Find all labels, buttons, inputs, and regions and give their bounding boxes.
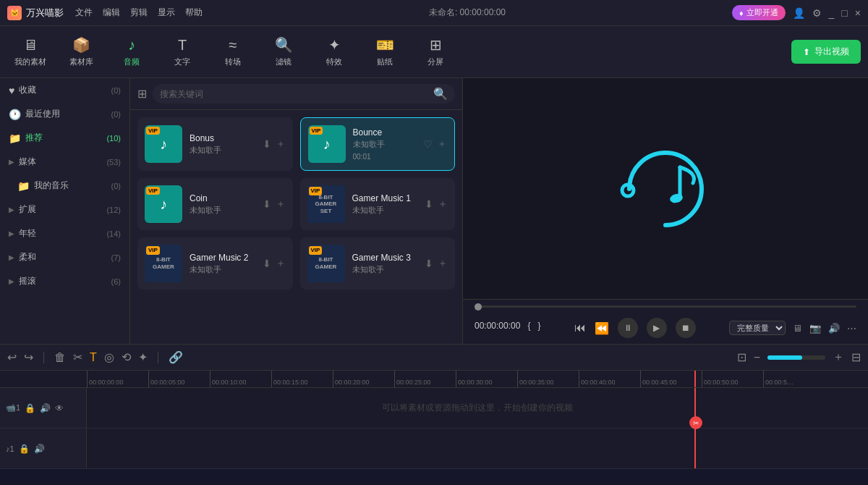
crop-icon[interactable]: ◎ [104, 350, 114, 364]
zoom-in-icon[interactable]: ＋ [833, 350, 844, 365]
download-icon[interactable]: ⬇ [263, 198, 271, 210]
play-button[interactable]: ▶ [647, 318, 667, 338]
ruler-mark-1: 00:00:05:00 [148, 371, 210, 387]
add-icon[interactable]: ＋ [276, 138, 286, 151]
step-back-icon[interactable]: ⏮ [574, 321, 586, 334]
gamer3-title: Gamer Music 3 [352, 253, 418, 263]
toolbar-filter[interactable]: 🔍 滤镜 [260, 30, 307, 74]
screenshot-icon[interactable]: 📷 [809, 323, 821, 334]
delete-icon[interactable]: 🗑 [54, 351, 66, 364]
effects-tool-icon[interactable]: ✦ [138, 350, 148, 364]
recent-label: 最近使用 [25, 108, 107, 120]
volume-track-icon[interactable]: 🔊 [40, 403, 51, 413]
add-icon[interactable]: ＋ [438, 257, 448, 270]
zoom-slider[interactable] [767, 355, 825, 360]
cut-icon[interactable]: ✂ [73, 350, 82, 364]
maximize-btn[interactable]: □ [841, 7, 847, 19]
sidebar-item-young[interactable]: ▶ 年轻 (14) [0, 222, 129, 245]
toolbar-audio[interactable]: ♪ 音频 [109, 30, 155, 74]
grid-view-icon[interactable]: ⊞ [137, 87, 147, 101]
more-icon[interactable]: ⋯ [847, 323, 856, 334]
gamer3-info: Gamer Music 3 未知歌手 [352, 253, 418, 275]
music-card-coin[interactable]: ♪ VIP Coin 未知歌手 ⬇ ＋ [137, 178, 293, 230]
menu-clip[interactable]: 剪辑 [130, 7, 148, 19]
toolbar-split[interactable]: ⊞ 分屏 [412, 30, 459, 74]
sidebar-item-my-music[interactable]: 📁 我的音乐 (0) [0, 174, 129, 198]
video-track-1-content[interactable]: 可以将素材或资源拖动到这里，开始创建你的视频 ✂ [87, 388, 868, 428]
menu-file[interactable]: 文件 [75, 7, 93, 19]
menu-help[interactable]: 帮助 [185, 7, 203, 19]
minimize-btn[interactable]: _ [829, 7, 835, 19]
settings-icon[interactable]: ⚙ [812, 7, 822, 19]
music-card-gamer1[interactable]: VIP 8-BITGAMERSET Gamer Music 1 未知歌手 ⬇ ＋ [300, 178, 456, 230]
pause-button[interactable]: ⏸ [618, 318, 638, 338]
title-bar-left: 🐱 万兴喵影 文件 编辑 剪辑 显示 帮助 [7, 6, 203, 20]
export-button[interactable]: ⬆ 导出视频 [791, 40, 861, 64]
zoom-fit-icon[interactable]: ⊡ [737, 350, 746, 364]
rewind-icon[interactable]: ⏪ [595, 321, 609, 335]
user-icon[interactable]: 👤 [793, 7, 805, 19]
download-icon[interactable]: ⬇ [263, 138, 271, 150]
ruler-mark-7: 00:00:35:00 [517, 371, 579, 387]
toolbar-text[interactable]: T 文字 [159, 30, 205, 74]
toolbar-stickers[interactable]: 🎫 贴纸 [362, 30, 408, 74]
gamer3-actions: ⬇ ＋ [425, 257, 448, 270]
sidebar-item-recommended[interactable]: 📁 推荐 (10) [0, 126, 129, 150]
download-icon[interactable]: ⬇ [425, 258, 433, 269]
rotate-icon[interactable]: ⟲ [122, 350, 131, 364]
eye-icon[interactable]: 👁 [55, 403, 64, 413]
sidebar-item-recent[interactable]: 🕐 最近使用 (0) [0, 102, 129, 126]
add-icon[interactable]: ＋ [276, 257, 286, 270]
music-card-gamer2[interactable]: VIP 8-BITGAMER Gamer Music 2 未知歌手 ⬇ ＋ [137, 237, 293, 290]
track-settings-icon[interactable]: ⊟ [851, 350, 861, 364]
toolbar-my-assets[interactable]: 🖥 我的素材 [7, 30, 54, 74]
lock-icon[interactable]: 🔒 [25, 403, 35, 413]
redo-icon[interactable]: ↪ [24, 350, 33, 364]
sidebar-item-rock[interactable]: ▶ 摇滚 (6) [0, 269, 129, 293]
ruler-mark-10: 00:00:50:00 [702, 371, 763, 387]
favorite-icon[interactable]: ♡ [423, 138, 433, 150]
toolbar-asset-lib[interactable]: 📦 素材库 [58, 30, 104, 74]
menu-display[interactable]: 显示 [158, 7, 175, 19]
stop-button[interactable]: ⏹ [676, 318, 696, 338]
text-tool-icon[interactable]: T [90, 351, 97, 364]
toolbar-effects[interactable]: ✦ 特效 [311, 30, 357, 74]
zoom-out-icon[interactable]: − [754, 351, 760, 364]
toolbar-transition[interactable]: ≈ 转场 [210, 30, 256, 74]
quality-select[interactable]: 完整质量 [729, 321, 786, 335]
audio-track-1-content[interactable] [87, 429, 868, 468]
menu-edit[interactable]: 编辑 [103, 7, 120, 19]
add-icon[interactable]: ＋ [438, 198, 448, 211]
download-icon[interactable]: ⬇ [263, 258, 271, 269]
add-icon[interactable]: ＋ [437, 138, 447, 151]
search-input[interactable] [160, 89, 429, 99]
progress-bar[interactable] [475, 305, 856, 308]
download-icon[interactable]: ⬇ [425, 198, 433, 210]
music-card-gamer3[interactable]: VIP 8-BITGAMER Gamer Music 3 未知歌手 ⬇ ＋ [300, 237, 456, 290]
music-card-bounce[interactable]: ♪ VIP Bounce 未知歌手 00:01 ♡ ＋ [300, 117, 456, 171]
sidebar-item-favorites[interactable]: ♥ 收藏 (0) [0, 78, 129, 102]
monitor-icon[interactable]: 🖥 [793, 323, 802, 334]
close-btn[interactable]: × [855, 7, 861, 19]
video-track-1-header: 📹1 🔒 🔊 👁 [0, 388, 87, 428]
audio-volume-icon[interactable]: 🔊 [34, 444, 45, 454]
audio-lock-icon[interactable]: 🔒 [19, 444, 30, 454]
bracket-right[interactable]: } [537, 321, 540, 331]
add-icon[interactable]: ＋ [276, 198, 286, 211]
vip-badge: VIP [309, 187, 323, 195]
bounce-actions: ♡ ＋ [423, 138, 447, 151]
upgrade-button[interactable]: ♦ 立即开通 [732, 5, 786, 20]
bonus-actions: ⬇ ＋ [263, 138, 286, 151]
young-count: (14) [106, 229, 121, 238]
sidebar-item-soft[interactable]: ▶ 柔和 (7) [0, 245, 129, 269]
bracket-left[interactable]: { [527, 321, 530, 331]
link-icon[interactable]: 🔗 [169, 350, 183, 364]
undo-icon[interactable]: ↩ [7, 350, 17, 364]
search-box: 🔍 [153, 84, 455, 104]
sidebar-item-expand[interactable]: ▶ 扩展 (12) [0, 198, 129, 222]
sidebar-item-media[interactable]: ▶ 媒体 (53) [0, 150, 129, 174]
search-icon[interactable]: 🔍 [433, 87, 448, 101]
music-card-bonus[interactable]: ♪ VIP Bonus 未知歌手 ⬇ ＋ [137, 117, 293, 171]
volume-icon[interactable]: 🔊 [828, 323, 840, 334]
progress-handle[interactable] [475, 303, 482, 311]
